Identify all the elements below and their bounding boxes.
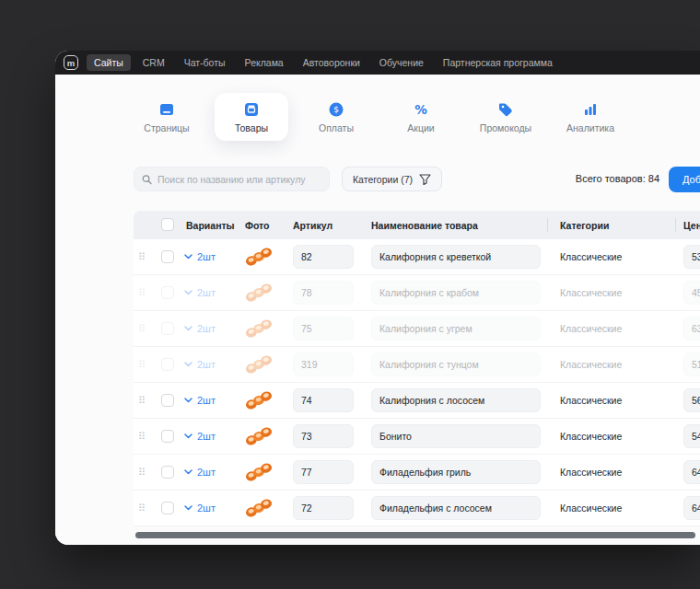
sku-field[interactable]: 73 <box>293 424 354 448</box>
chevron-down-icon <box>184 469 192 475</box>
sku-field[interactable]: 78 <box>293 281 354 305</box>
tab-label: Акции <box>407 122 434 133</box>
price-field[interactable]: 56 <box>683 388 700 412</box>
drag-handle-icon[interactable]: ⠿ <box>138 431 146 443</box>
sku-field[interactable]: 319 <box>293 352 354 376</box>
app-logo-icon[interactable]: m <box>64 55 78 70</box>
product-table-body: ⠿ 2шт 82 Калифорни <box>134 239 700 526</box>
sushi-thumbnail-icon <box>243 426 274 446</box>
nav-item-sites[interactable]: Сайты <box>87 54 131 71</box>
row-checkbox[interactable] <box>161 502 174 514</box>
variants-toggle[interactable]: 2шт <box>184 287 216 298</box>
price-field[interactable]: 51 <box>683 352 700 376</box>
header-variants: Варианты <box>186 220 235 231</box>
category-label: Классические <box>560 251 622 262</box>
product-row: ⠿ 2шт 82 Калифорни <box>134 239 700 275</box>
nav-item-crm[interactable]: CRM <box>135 54 172 71</box>
header-sku: Артикул <box>293 220 332 231</box>
analytics-icon <box>582 101 599 118</box>
variants-toggle[interactable]: 2шт <box>184 395 216 406</box>
product-name-field[interactable]: Бонито <box>371 424 541 448</box>
product-name-field[interactable]: Калифорния с крабом <box>371 281 541 305</box>
sushi-thumbnail-icon <box>243 283 274 303</box>
sku-field[interactable]: 82 <box>293 245 354 269</box>
drag-handle-icon[interactable]: ⠿ <box>138 502 146 514</box>
row-checkbox[interactable] <box>161 358 174 371</box>
drag-handle-icon[interactable]: ⠿ <box>138 467 146 479</box>
sku-field[interactable]: 75 <box>293 317 354 341</box>
product-photo <box>243 498 274 518</box>
price-field[interactable]: 54 <box>683 424 700 448</box>
sku-field[interactable]: 77 <box>293 460 354 484</box>
row-checkbox[interactable] <box>161 286 174 299</box>
toolbar: Категории (7) Всего товаров: 84 Добавить <box>134 167 700 192</box>
variants-toggle[interactable]: 2шт <box>184 323 216 334</box>
tab-products[interactable]: Товары <box>215 93 288 141</box>
nav-item-education[interactable]: Обучение <box>372 54 431 71</box>
category-label: Классические <box>560 502 622 514</box>
products-icon <box>243 101 260 118</box>
product-name-field[interactable]: Филадельфия с лососем <box>371 496 541 520</box>
content-area: Страницы Товары $ Оплаты % Акции <box>55 75 700 545</box>
categories-filter-button[interactable]: Категории (7) <box>342 167 442 191</box>
sushi-thumbnail-icon <box>243 318 274 339</box>
price-field[interactable]: 64 <box>683 496 700 520</box>
nav-item-partner-program[interactable]: Партнерская программа <box>436 54 560 71</box>
row-checkbox[interactable] <box>161 250 174 263</box>
sushi-thumbnail-icon <box>243 354 274 375</box>
product-name-field[interactable]: Филадельфия гриль <box>371 460 541 484</box>
sku-field[interactable]: 72 <box>293 496 354 520</box>
variants-toggle[interactable]: 2шт <box>184 359 216 370</box>
sushi-thumbnail-icon <box>243 247 274 267</box>
drag-handle-icon[interactable]: ⠿ <box>138 359 146 371</box>
drag-handle-icon[interactable]: ⠿ <box>138 287 146 299</box>
row-checkbox[interactable] <box>161 394 174 407</box>
chevron-down-icon <box>184 254 192 260</box>
variant-count-label: 2шт <box>197 287 216 298</box>
drag-handle-icon[interactable]: ⠿ <box>138 395 146 407</box>
search-icon <box>142 174 152 185</box>
select-all-checkbox[interactable] <box>161 218 174 231</box>
add-product-button[interactable]: Добавить <box>669 167 700 192</box>
price-field[interactable]: 63 <box>683 317 700 341</box>
price-field[interactable]: 64 <box>683 460 700 484</box>
row-checkbox[interactable] <box>161 430 174 443</box>
product-photo <box>243 462 274 482</box>
filter-funnel-icon <box>419 174 431 185</box>
product-photo <box>243 390 274 410</box>
header-photo: Фото <box>245 220 270 231</box>
tab-pages[interactable]: Страницы <box>130 93 204 141</box>
price-field[interactable]: 45 <box>683 281 700 305</box>
tab-promotions[interactable]: % Акции <box>384 93 458 141</box>
nav-item-chatbots[interactable]: Чат-боты <box>177 54 233 71</box>
variants-toggle[interactable]: 2шт <box>184 251 216 262</box>
search-input[interactable] <box>158 174 321 185</box>
variant-count-label: 2шт <box>197 502 216 514</box>
category-label: Классические <box>560 359 622 370</box>
category-label: Классические <box>560 323 622 334</box>
product-row: ⠿ 2шт 78 Калифорни <box>134 275 700 311</box>
promocode-tag-icon <box>497 101 514 118</box>
horizontal-scrollbar[interactable] <box>135 532 695 538</box>
nav-item-funnels[interactable]: Автоворонки <box>296 54 368 71</box>
variant-count-label: 2шт <box>197 467 216 478</box>
product-name-field[interactable]: Калифорния с креветкой <box>371 245 541 269</box>
tab-analytics[interactable]: Аналитика <box>554 93 627 141</box>
drag-handle-icon[interactable]: ⠿ <box>138 251 146 263</box>
product-photo <box>243 247 274 267</box>
variants-toggle[interactable]: 2шт <box>184 467 216 478</box>
variants-toggle[interactable]: 2шт <box>184 502 216 514</box>
price-field[interactable]: 53 <box>683 245 700 269</box>
drag-handle-icon[interactable]: ⠿ <box>138 323 146 335</box>
row-checkbox[interactable] <box>161 466 174 479</box>
tab-promocodes[interactable]: Промокоды <box>469 93 542 141</box>
product-name-field[interactable]: Калифорния с угрем <box>371 317 541 341</box>
tab-payments[interactable]: $ Оплаты <box>299 93 373 141</box>
nav-item-ads[interactable]: Реклама <box>238 54 291 71</box>
product-photo <box>243 283 274 303</box>
product-name-field[interactable]: Калифорния с тунцом <box>371 352 541 376</box>
product-name-field[interactable]: Калифорния с лососем <box>371 388 541 412</box>
variants-toggle[interactable]: 2шт <box>184 431 216 442</box>
row-checkbox[interactable] <box>161 322 174 335</box>
sku-field[interactable]: 74 <box>293 388 354 412</box>
